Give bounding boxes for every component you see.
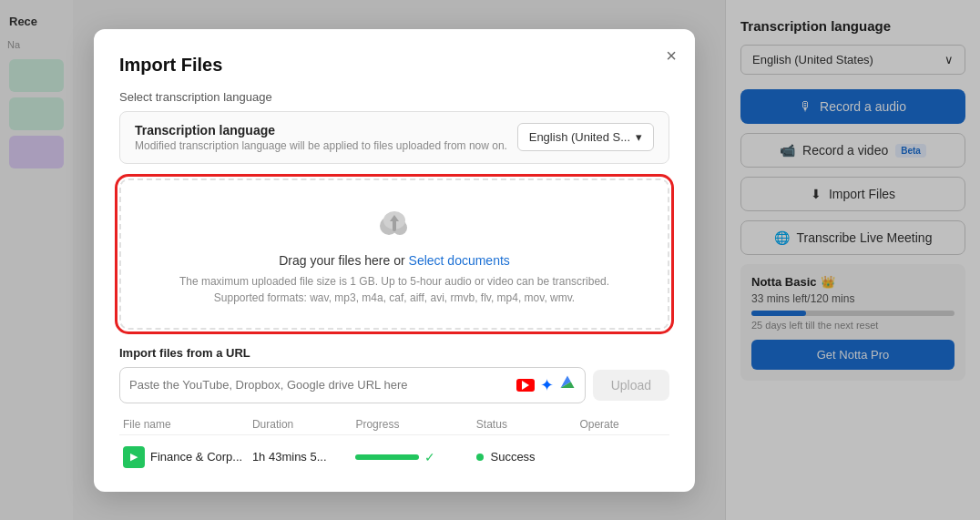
drop-sub-line2: Supported formats: wav, mp3, m4a, caf, a…	[139, 290, 649, 306]
google-drive-icon	[559, 374, 576, 395]
youtube-icon	[516, 379, 535, 392]
drop-text: Drag your files here or Select documents	[139, 253, 649, 268]
file-name: Finance & Corp...	[150, 450, 242, 464]
modal-overlay: × Import Files Select transcription lang…	[0, 0, 980, 520]
lang-chevron-icon: ▾	[636, 130, 642, 144]
url-input[interactable]	[129, 378, 509, 392]
gdrive-svg	[559, 374, 576, 391]
col-status: Status	[476, 418, 580, 431]
file-name-cell: ▶ Finance & Corp...	[123, 446, 252, 468]
url-row: ✦ Upload	[119, 367, 669, 403]
lang-bar-title: Transcription language	[135, 123, 517, 138]
select-lang-label: Select transcription language	[119, 90, 669, 104]
dropbox-icon: ✦	[540, 375, 554, 395]
modal-title: Import Files	[119, 55, 669, 76]
col-operate: Operate	[579, 418, 666, 431]
lang-bar-sub: Modified transcription language will be …	[135, 139, 517, 152]
yt-triangle	[522, 381, 529, 390]
url-input-wrap: ✦	[119, 367, 586, 403]
table-row: ▶ Finance & Corp... 1h 43mins 5... ✓ Suc…	[119, 441, 669, 474]
import-files-modal: × Import Files Select transcription lang…	[94, 29, 695, 492]
upload-cloud-icon	[373, 202, 416, 246]
url-label: Import files from a URL	[119, 346, 669, 360]
select-documents-link[interactable]: Select documents	[409, 253, 510, 268]
lang-bar: Transcription language Modified transcri…	[119, 111, 669, 164]
drop-zone[interactable]: Drag your files here or Select documents…	[119, 178, 669, 330]
lang-select-value: English (United S...	[529, 130, 630, 144]
modal-close-button[interactable]: ×	[666, 46, 677, 66]
progress-mini-bar	[355, 454, 419, 460]
drop-sub-line1: The maximum uploaded file size is 1 GB. …	[139, 273, 649, 290]
col-duration: Duration	[252, 418, 356, 431]
lang-select-button[interactable]: English (United S... ▾	[517, 123, 654, 151]
col-progress: Progress	[355, 418, 475, 431]
file-duration: 1h 43mins 5...	[252, 450, 356, 464]
upload-button[interactable]: Upload	[593, 370, 669, 401]
file-icon: ▶	[123, 446, 145, 468]
check-icon: ✓	[424, 450, 435, 464]
drop-text-label: Drag your files here or	[279, 253, 408, 268]
status-dot	[476, 454, 484, 461]
file-table-header: File name Duration Progress Status Opera…	[119, 418, 669, 435]
status-cell: Success	[476, 450, 580, 464]
col-filename: File name	[123, 418, 252, 431]
progress-cell: ✓	[355, 450, 475, 464]
url-icons: ✦	[516, 374, 576, 395]
lang-bar-left: Transcription language Modified transcri…	[135, 123, 517, 152]
status-text: Success	[490, 450, 535, 464]
